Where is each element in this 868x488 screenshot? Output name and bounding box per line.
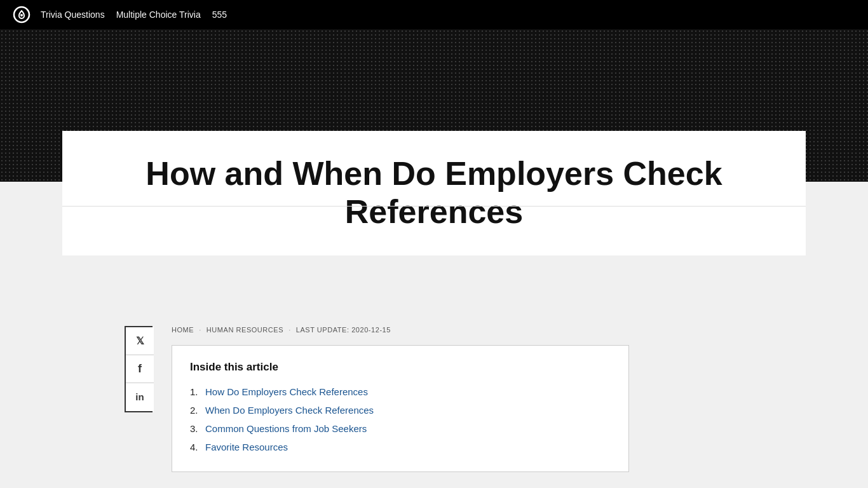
toc-item-2: 2. When Do Employers Check References [190,401,611,419]
breadcrumb-date: LAST UPDATE: 2020-12-15 [296,326,391,334]
toc-number-1: 1. [190,386,201,397]
nav-links: Trivia Questions Multiple Choice Trivia … [41,10,227,20]
toc-link-4[interactable]: Favorite Resources [205,442,288,452]
social-sidebar: 𝕏 f in [125,326,153,412]
nav-555[interactable]: 555 [212,10,227,20]
toc-heading: Inside this article [190,361,611,374]
toc-item-3: 3. Common Questions from Job Seekers [190,419,611,438]
twitter-icon: 𝕏 [136,335,144,347]
toc-number-3: 3. [190,423,201,434]
content-area: 𝕏 f in HOME · HUMAN RESOURCES · LAST UPD… [0,256,868,488]
toc-number-2: 2. [190,405,201,416]
toc-link-1[interactable]: How Do Employers Check References [205,386,368,397]
title-divider [62,206,806,207]
main-content: HOME · HUMAN RESOURCES · LAST UPDATE: 20… [172,326,743,472]
linkedin-icon: in [135,391,144,402]
breadcrumb-section[interactable]: HUMAN RESOURCES [207,326,283,334]
linkedin-share-button[interactable]: in [126,383,154,411]
facebook-share-button[interactable]: f [126,355,154,383]
nav-trivia-questions[interactable]: Trivia Questions [41,10,105,20]
nav-multiple-choice[interactable]: Multiple Choice Trivia [116,10,201,20]
toc-number-4: 4. [190,442,201,452]
breadcrumb-sep-2: · [288,326,291,334]
content-inner: 𝕏 f in HOME · HUMAN RESOURCES · LAST UPD… [62,326,806,472]
facebook-icon: f [138,362,142,376]
article-title: How and When Do Employers Check Referenc… [100,155,768,231]
breadcrumb: HOME · HUMAN RESOURCES · LAST UPDATE: 20… [172,326,743,334]
title-card-wrapper: How and When Do Employers Check Referenc… [0,182,868,256]
page-wrapper: Trivia Questions Multiple Choice Trivia … [0,0,868,488]
twitter-share-button[interactable]: 𝕏 [126,327,154,355]
toc-list: 1. How Do Employers Check References 2. … [190,383,611,456]
toc-item-4: 4. Favorite Resources [190,438,611,456]
breadcrumb-home[interactable]: HOME [172,326,194,334]
title-card: How and When Do Employers Check Referenc… [62,131,806,255]
top-nav: Trivia Questions Multiple Choice Trivia … [0,0,868,29]
toc-link-3[interactable]: Common Questions from Job Seekers [205,423,367,434]
toc-item-1: 1. How Do Employers Check References [190,383,611,401]
toc-link-2[interactable]: When Do Employers Check References [205,405,374,416]
toc-box: Inside this article 1. How Do Employers … [172,345,629,472]
breadcrumb-sep-1: · [199,326,201,334]
logo[interactable] [13,6,31,24]
svg-point-1 [20,14,23,17]
